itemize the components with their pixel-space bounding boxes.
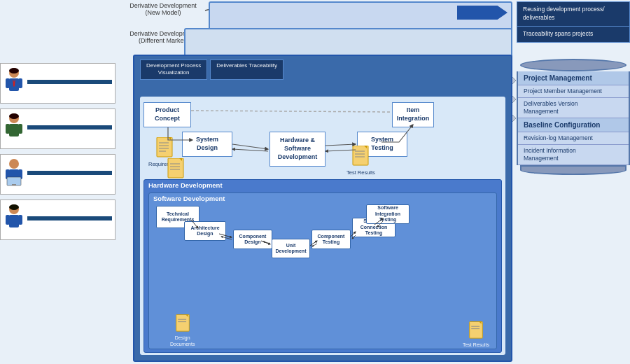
role-label-trans xyxy=(27,216,112,220)
svg-rect-16 xyxy=(12,184,16,186)
right-cylinder-panel: Project Management Project Member Manage… xyxy=(517,59,630,364)
unit-dev-node: UnitDevelopment xyxy=(272,239,310,258)
db-item-member: Project Member Management xyxy=(518,85,629,98)
svg-point-11 xyxy=(9,159,19,169)
sw-dev-label: Software Development xyxy=(149,193,496,204)
db-item-incident: Incident InformationManagement xyxy=(518,145,629,165)
sw-int-testing-node: SoftwareIntegration Testing xyxy=(366,204,410,224)
svg-line-46 xyxy=(232,149,268,151)
comp-design-node: ComponentDesign xyxy=(233,230,272,249)
item-integration-node: ItemIntegration xyxy=(392,102,434,127)
role-name-fsm xyxy=(56,143,60,146)
svg-rect-18 xyxy=(9,215,19,227)
product-concept-node: ProductConcept xyxy=(144,102,191,127)
svg-rect-32 xyxy=(168,158,183,178)
role-deliverables xyxy=(0,154,115,195)
translator-icon xyxy=(4,203,24,234)
top-bar: Development ProcessVisualization Deliver… xyxy=(134,59,511,80)
role-label-check xyxy=(27,125,112,130)
svg-rect-3 xyxy=(6,78,10,88)
svg-rect-9 xyxy=(18,124,22,134)
designer-icon xyxy=(4,158,24,188)
hw-sw-dev-node: Hardware &SoftwareDevelopment xyxy=(270,132,326,167)
project-a-label xyxy=(134,56,511,59)
cylinder-top xyxy=(520,59,626,71)
right-info-row-1: Reusing development process/deliverables xyxy=(517,2,629,27)
svg-rect-26 xyxy=(157,137,172,157)
sw-dev-box: Software Development TechnicalRequiremen… xyxy=(148,192,497,349)
svg-rect-37 xyxy=(353,146,368,165)
design-docs-label: DesignDocuments xyxy=(170,335,195,347)
role-translation xyxy=(0,200,115,240)
db-item-version: Deliverables VersionManagement xyxy=(518,98,629,118)
system-design-node: SystemDesign xyxy=(182,132,232,157)
cylinder-bottom xyxy=(520,165,626,175)
svg-point-10 xyxy=(9,113,19,119)
inner-flow-area: ProductConcept SystemDesign Hardware &So… xyxy=(140,97,505,355)
right-info-panel: Reusing development process/deliverables… xyxy=(517,1,630,43)
comp-testing-node: ComponentTesting xyxy=(312,230,351,249)
manager-icon xyxy=(4,66,24,97)
role-name-overseas xyxy=(56,234,60,237)
sw-arrows-svg xyxy=(149,193,496,349)
role-name-pm xyxy=(56,97,60,100)
svg-point-5 xyxy=(9,68,19,74)
top-bar-box-1: Development ProcessVisualization xyxy=(140,59,207,80)
role-label-deliv xyxy=(27,171,112,175)
svg-rect-7 xyxy=(9,124,19,136)
db-header-baseline: Baseline Configuration xyxy=(518,118,629,132)
project-a-box: Development ProcessVisualization Deliver… xyxy=(133,55,512,362)
test-results-sw-label: Test Results xyxy=(463,342,489,347)
svg-rect-49 xyxy=(176,315,189,332)
cylinder-body: Project Management Project Member Manage… xyxy=(517,71,630,165)
test-results-main-doc: Test Results xyxy=(346,146,375,176)
auditor-icon xyxy=(4,112,24,143)
svg-line-48 xyxy=(191,111,391,112)
test-results-label: Test Results xyxy=(346,169,375,176)
top-bar-box-2: Deliverables Traceability xyxy=(210,59,284,80)
svg-rect-4 xyxy=(18,78,22,88)
db-header-pm: Project Management xyxy=(518,71,629,85)
svg-rect-20 xyxy=(18,215,22,225)
role-label-pm xyxy=(27,80,112,84)
deriv-c-text: Derivative Development(New Model) xyxy=(118,2,209,16)
hw-dev-label: Hardware Development xyxy=(144,180,501,190)
across-projects-badge xyxy=(457,6,507,20)
design-docs-doc: DesignDocuments xyxy=(170,314,195,347)
role-checking xyxy=(0,108,115,149)
db-item-revision: Revision-log Management xyxy=(518,132,629,145)
main-area: Derivative Development(New Model) Deriva… xyxy=(118,0,630,364)
right-info-row-2: Traceability spans projects xyxy=(517,27,629,42)
svg-rect-8 xyxy=(6,124,10,134)
svg-rect-53 xyxy=(470,321,483,338)
role-name-designer xyxy=(56,188,60,191)
svg-point-21 xyxy=(9,204,19,210)
svg-line-44 xyxy=(232,144,268,149)
svg-rect-19 xyxy=(6,215,10,225)
role-project-management xyxy=(0,63,115,104)
test-results-sw-doc: Test Results xyxy=(463,321,489,347)
arch-design-node: ArchitectureDesign xyxy=(184,221,226,241)
left-sidebar xyxy=(0,63,115,242)
hw-dev-box: Hardware Development Software Developmen… xyxy=(144,179,502,353)
